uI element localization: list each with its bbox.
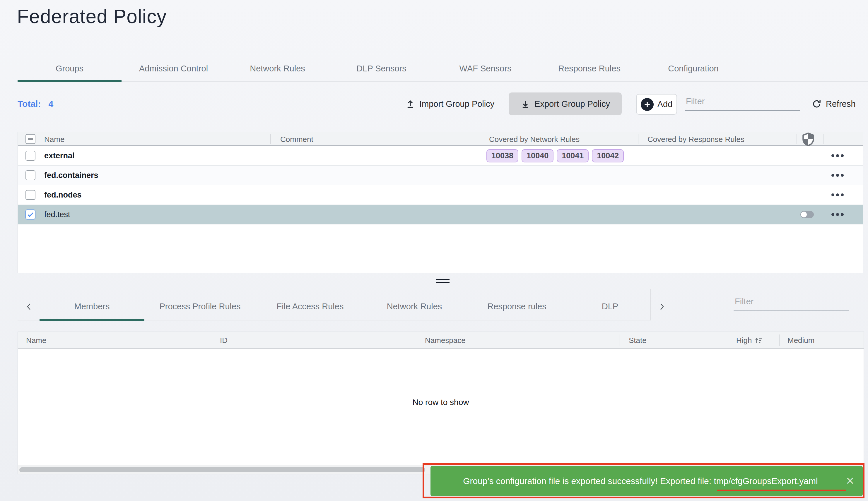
refresh-icon: [812, 99, 822, 109]
refresh-button[interactable]: Refresh: [812, 93, 856, 115]
tab-dlp-sensors-label: DLP Sensors: [356, 64, 406, 73]
import-group-policy-button[interactable]: Import Group Policy: [405, 93, 494, 115]
col-high-label: High: [736, 336, 752, 345]
row-actions-menu-icon[interactable]: [832, 193, 844, 196]
rule-badge: 10042: [592, 149, 624, 162]
select-all-checkbox[interactable]: [25, 134, 35, 144]
column-divider: [823, 134, 824, 144]
rule-badge: 10041: [557, 149, 589, 162]
members-filter-input[interactable]: [734, 297, 849, 311]
rule-badge: 10038: [487, 149, 518, 162]
row-actions-menu-icon[interactable]: [832, 154, 844, 157]
active-tab-underline: [40, 319, 144, 321]
tab-waf-sensors[interactable]: WAF Sensors: [433, 56, 537, 81]
tab-network-rules[interactable]: Network Rules: [226, 56, 330, 81]
tab-file-access-rules-label: File Access Rules: [277, 302, 344, 311]
tab-admission-control[interactable]: Admission Control: [122, 56, 226, 81]
col-member-id[interactable]: ID: [220, 336, 228, 345]
refresh-label: Refresh: [826, 99, 856, 109]
page-title: Federated Policy: [17, 5, 167, 28]
total-label: Total:: [18, 99, 41, 109]
col-member-name[interactable]: Name: [26, 336, 46, 345]
rule-badge: 10040: [522, 149, 554, 162]
tab-groups-label: Groups: [56, 64, 83, 73]
groups-filter-input[interactable]: [685, 97, 800, 111]
col-medium[interactable]: Medium: [787, 336, 814, 345]
chevron-left-icon[interactable]: [24, 292, 33, 320]
col-response-rules[interactable]: Covered by Response Rules: [648, 135, 744, 144]
tab-admission-control-label: Admission Control: [139, 64, 208, 73]
splitter-handle[interactable]: [436, 279, 450, 285]
close-icon[interactable]: ✕: [846, 475, 863, 487]
members-table-header: Name ID Namespace State High Medium: [18, 332, 864, 349]
col-name[interactable]: Name: [44, 135, 64, 144]
shield-icon: [802, 132, 814, 146]
row-checkbox[interactable]: [25, 151, 35, 161]
empty-table-message: No row to show: [18, 398, 864, 407]
tab-process-profile-rules-label: Process Profile Rules: [159, 302, 240, 311]
row-checkbox[interactable]: [25, 190, 35, 200]
column-divider: [796, 134, 797, 144]
members-table: Name ID Namespace State High Medium No r…: [18, 332, 864, 475]
download-icon: [520, 98, 530, 109]
column-divider: [638, 134, 638, 144]
column-divider: [779, 334, 780, 346]
network-rule-badges: 10038 10040 10041 10042: [487, 149, 624, 162]
group-name: external: [44, 146, 75, 166]
tab-response-rules-label: Response Rules: [558, 64, 620, 73]
group-name: fed.containers: [44, 166, 98, 185]
scrollbar-thumb[interactable]: [19, 467, 425, 472]
group-row-external[interactable]: external 10038 10040 10041 10042: [18, 146, 863, 166]
tab-response-rules[interactable]: Response Rules: [537, 56, 641, 81]
toast-message: Group's configuration file is exported s…: [430, 476, 846, 486]
column-divider: [619, 334, 619, 346]
tab-bar-divider: [650, 289, 651, 320]
group-row-fed-containers[interactable]: fed.containers: [18, 166, 863, 185]
tab-groups[interactable]: Groups: [18, 56, 122, 81]
groups-table-header: Name Comment Covered by Network Rules Co…: [18, 132, 863, 146]
tab-dlp[interactable]: DLP: [569, 292, 650, 320]
col-comment[interactable]: Comment: [280, 135, 313, 144]
tab-process-profile-rules[interactable]: Process Profile Rules: [144, 292, 256, 320]
row-actions-menu-icon[interactable]: [832, 174, 844, 177]
total-value: 4: [48, 99, 53, 109]
protection-toggle-off[interactable]: [801, 211, 814, 218]
export-success-toast: Group's configuration file is exported s…: [430, 466, 863, 496]
tab-configuration-label: Configuration: [668, 64, 719, 73]
import-label: Import Group Policy: [419, 99, 494, 109]
col-network-rules[interactable]: Covered by Network Rules: [489, 135, 579, 144]
row-actions-menu-icon[interactable]: [832, 213, 844, 216]
toggle-knob: [801, 212, 807, 217]
total-count: Total: 4: [18, 93, 53, 115]
chevron-right-icon[interactable]: [657, 292, 666, 320]
tab-response-rules-detail[interactable]: Response rules: [464, 292, 569, 320]
column-divider: [734, 334, 734, 346]
tab-members[interactable]: Members: [40, 292, 144, 320]
row-checkbox[interactable]: [25, 170, 35, 180]
active-tab-underline: [18, 80, 122, 82]
tab-dlp-sensors[interactable]: DLP Sensors: [330, 56, 433, 81]
col-namespace[interactable]: Namespace: [425, 336, 466, 345]
add-group-button[interactable]: Add: [636, 94, 677, 115]
tab-file-access-rules[interactable]: File Access Rules: [256, 292, 365, 320]
column-divider: [270, 134, 271, 144]
export-group-policy-button[interactable]: Export Group Policy: [509, 93, 622, 115]
column-divider: [480, 134, 480, 144]
tab-network-rules-detail[interactable]: Network Rules: [365, 292, 464, 320]
group-name: fed.nodes: [44, 185, 82, 204]
tab-configuration[interactable]: Configuration: [641, 56, 745, 81]
tab-dlp-label: DLP: [602, 302, 618, 311]
tab-members-label: Members: [74, 302, 110, 311]
sort-ascending-icon[interactable]: [754, 336, 763, 345]
tab-response-rules-detail-label: Response rules: [487, 302, 546, 311]
groups-table: Name Comment Covered by Network Rules Co…: [18, 132, 863, 273]
group-row-fed-nodes[interactable]: fed.nodes: [18, 185, 863, 205]
tab-network-rules-detail-label: Network Rules: [387, 302, 442, 311]
col-high[interactable]: High: [736, 336, 763, 345]
group-row-fed-test[interactable]: fed.test: [18, 205, 863, 224]
col-state[interactable]: State: [629, 336, 647, 345]
top-tab-bar: Groups Admission Control Network Rules D…: [18, 56, 868, 82]
column-divider: [417, 334, 417, 346]
plus-circle-icon: [641, 98, 653, 111]
row-checkbox-checked[interactable]: [25, 210, 35, 220]
